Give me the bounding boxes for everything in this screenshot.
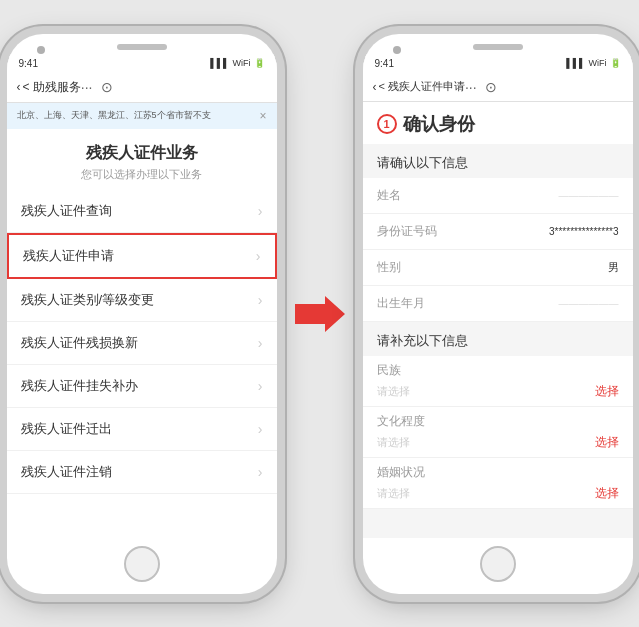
phone-top-left (7, 34, 277, 54)
field-dob: 出生年月 —————— (363, 286, 633, 322)
red-arrow-icon (295, 294, 345, 334)
placeholder-education: 请选择 (377, 435, 410, 450)
chevron-apply: › (256, 248, 261, 264)
menu-item-inquiry[interactable]: 残疾人证件查询 › (7, 190, 277, 233)
phone-left: 9:41 ▌▌▌ WiFi 🔋 ‹ < 助残服务 ··· ⊙ (7, 34, 277, 594)
section2-title: 请补充以下信息 (363, 322, 633, 356)
field-id: 身份证号码 3***************3 (363, 214, 633, 250)
menu-list: 残疾人证件查询 › 残疾人证件申请 › 残疾人证类别/等级变更 › 残疾人证件残… (7, 190, 277, 538)
signal-icon-right: ▌▌▌ (566, 58, 585, 68)
nav-target-left[interactable]: ⊙ (101, 79, 113, 95)
field-marital[interactable]: 婚姻状况 请选择 选择 (363, 458, 633, 509)
nav-dots-left[interactable]: ··· (81, 79, 93, 95)
section1-title: 请确认以下信息 (363, 144, 633, 178)
service-title: 残疾人证件业务 (17, 143, 267, 164)
chevron-change: › (258, 292, 263, 308)
menu-item-transfer[interactable]: 残疾人证件迁出 › (7, 408, 277, 451)
nav-bar-left: ‹ < 助残服务 ··· ⊙ (7, 73, 277, 103)
label-marital: 婚姻状况 (377, 464, 425, 481)
battery-icon: 🔋 (254, 58, 265, 68)
status-bar-right: 9:41 ▌▌▌ WiFi 🔋 (363, 54, 633, 73)
phone-bottom-right (363, 538, 633, 594)
home-button-right[interactable] (480, 546, 516, 582)
phone-right: 9:41 ▌▌▌ WiFi 🔋 ‹ < 残疾人证件申请 ··· ⊙ (363, 34, 633, 594)
service-header: 残疾人证件业务 您可以选择办理以下业务 (7, 129, 277, 190)
label-gender: 性别 (377, 259, 401, 276)
wifi-icon-right: WiFi (589, 58, 607, 68)
menu-item-apply[interactable]: 残疾人证件申请 › (7, 233, 277, 279)
chevron-inquiry: › (258, 203, 263, 219)
notice-text: 北京、上海、天津、黑龙江、江苏5个省市暂不支 (17, 109, 260, 122)
placeholder-ethnicity: 请选择 (377, 384, 410, 399)
field-name: 姓名 —————— (363, 178, 633, 214)
time-left: 9:41 (19, 58, 38, 69)
chevron-lost: › (258, 378, 263, 394)
nav-dots-right[interactable]: ··· (465, 79, 477, 95)
menu-item-change[interactable]: 残疾人证类别/等级变更 › (7, 279, 277, 322)
menu-label-apply: 残疾人证件申请 (23, 247, 114, 265)
field-gender: 性别 男 (363, 250, 633, 286)
nav-actions-right: ··· ⊙ (465, 79, 497, 95)
value-id: 3***************3 (549, 226, 619, 237)
placeholder-marital: 请选择 (377, 486, 410, 501)
nav-bar-right: ‹ < 残疾人证件申请 ··· ⊙ (363, 73, 633, 102)
confirm-header: 1 确认身份 (363, 102, 633, 144)
battery-icon-right: 🔋 (610, 58, 621, 68)
signal-icon: ▌▌▌ (210, 58, 229, 68)
back-chevron-right: ‹ (373, 80, 377, 94)
phone-top-right (363, 34, 633, 54)
confirm-title: 确认身份 (403, 112, 475, 136)
field-education[interactable]: 文化程度 请选择 选择 (363, 407, 633, 458)
screen-left: 9:41 ▌▌▌ WiFi 🔋 ‹ < 助残服务 ··· ⊙ (7, 54, 277, 538)
arrow-area (295, 294, 345, 334)
service-subtitle: 您可以选择办理以下业务 (17, 167, 267, 182)
menu-label-replace: 残疾人证件残损换新 (21, 334, 138, 352)
confirm-step: 1 确认身份 (377, 112, 619, 136)
phone-bottom-left (7, 538, 277, 594)
menu-item-replace[interactable]: 残疾人证件残损换新 › (7, 322, 277, 365)
screen-right: 9:41 ▌▌▌ WiFi 🔋 ‹ < 残疾人证件申请 ··· ⊙ (363, 54, 633, 538)
label-ethnicity: 民族 (377, 362, 401, 379)
select-education[interactable]: 选择 (595, 434, 619, 451)
label-dob: 出生年月 (377, 295, 425, 312)
back-label-right: < 残疾人证件申请 (379, 79, 465, 94)
status-bar-left: 9:41 ▌▌▌ WiFi 🔋 (7, 54, 277, 73)
menu-label-lost: 残疾人证件挂失补办 (21, 377, 138, 395)
select-marital[interactable]: 选择 (595, 485, 619, 502)
value-dob: —————— (559, 298, 619, 309)
nav-actions-left: ··· ⊙ (81, 79, 113, 95)
speaker-left (117, 44, 167, 50)
field-ethnicity[interactable]: 民族 请选择 选择 (363, 356, 633, 407)
select-ethnicity[interactable]: 选择 (595, 383, 619, 400)
svg-marker-0 (295, 296, 345, 332)
chevron-transfer: › (258, 421, 263, 437)
chevron-cancel: › (258, 464, 263, 480)
home-button-left[interactable] (124, 546, 160, 582)
screen-content-right: 请确认以下信息 姓名 —————— 身份证号码 3***************… (363, 144, 633, 538)
menu-label-change: 残疾人证类别/等级变更 (21, 291, 155, 309)
camera-right (393, 46, 401, 54)
back-chevron-left: ‹ (17, 80, 21, 94)
menu-item-lost[interactable]: 残疾人证件挂失补办 › (7, 365, 277, 408)
back-button-left[interactable]: ‹ < 助残服务 (17, 79, 81, 96)
nav-target-right[interactable]: ⊙ (485, 79, 497, 95)
menu-label-transfer: 残疾人证件迁出 (21, 420, 112, 438)
label-id: 身份证号码 (377, 223, 437, 240)
notice-close-button[interactable]: × (259, 109, 266, 123)
wifi-icon: WiFi (233, 58, 251, 68)
time-right: 9:41 (375, 58, 394, 69)
menu-label-inquiry: 残疾人证件查询 (21, 202, 112, 220)
step-badge: 1 (377, 114, 397, 134)
notice-bar: 北京、上海、天津、黑龙江、江苏5个省市暂不支 × (7, 103, 277, 129)
camera-left (37, 46, 45, 54)
value-gender: 男 (608, 260, 619, 275)
back-button-right[interactable]: ‹ < 残疾人证件申请 (373, 79, 465, 94)
menu-item-cancel[interactable]: 残疾人证件注销 › (7, 451, 277, 494)
status-icons-right: ▌▌▌ WiFi 🔋 (566, 58, 620, 68)
chevron-replace: › (258, 335, 263, 351)
menu-label-cancel: 残疾人证件注销 (21, 463, 112, 481)
label-education: 文化程度 (377, 413, 425, 430)
speaker-right (473, 44, 523, 50)
label-name: 姓名 (377, 187, 401, 204)
back-label-left: < 助残服务 (23, 79, 81, 96)
